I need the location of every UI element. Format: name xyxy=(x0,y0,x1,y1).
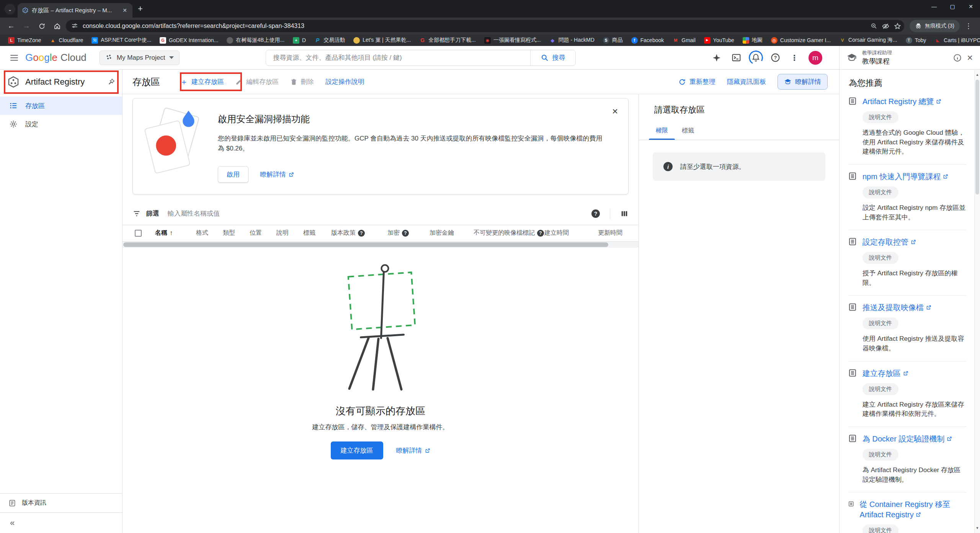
window-minimize-icon[interactable]: — xyxy=(925,0,943,13)
bookmark-item[interactable]: TToby xyxy=(902,37,931,44)
hamburger-menu-icon[interactable] xyxy=(9,53,19,63)
scroll-up-icon[interactable]: ▲ xyxy=(975,73,980,77)
bookmark-item[interactable]: VCorsair Gaming 海... xyxy=(835,37,902,44)
omnibox[interactable]: console.cloud.google.com/artifacts?refer… xyxy=(66,20,904,32)
scroll-down-icon[interactable]: ▼ xyxy=(975,526,980,530)
bookmark-item[interactable]: P交易活動 xyxy=(310,37,349,44)
browser-menu-icon[interactable]: ⋮ xyxy=(962,22,975,30)
column-header-update-time[interactable]: 更新時間 xyxy=(598,229,629,237)
bookmark-star-icon[interactable] xyxy=(894,23,901,30)
column-header-name[interactable]: 名稱↑ xyxy=(155,229,196,237)
tab-search-icon[interactable]: ⌄ xyxy=(5,4,15,15)
learn-card-link[interactable]: Artifact Registry 總覽 xyxy=(862,96,942,107)
horizontal-scrollbar-thumb[interactable] xyxy=(123,242,608,247)
bookmark-item[interactable]: 在树莓派4B上使用... xyxy=(222,37,289,44)
refresh-button[interactable]: 重新整理 xyxy=(678,77,715,86)
pin-icon[interactable] xyxy=(108,78,115,86)
bookmark-item[interactable]: Let's 菓 | 天然果乾... xyxy=(349,37,415,44)
avatar[interactable]: m xyxy=(808,51,822,65)
bookmark-item[interactable]: ◣Carts | iBUYPOWE... xyxy=(930,37,980,44)
column-help-icon[interactable]: ? xyxy=(358,230,365,237)
column-header-location[interactable]: 位置 xyxy=(250,229,276,237)
google-cloud-logo[interactable]: Google Cloud xyxy=(25,52,87,64)
column-header-labels[interactable]: 標籤 xyxy=(303,229,331,237)
enable-button[interactable]: 啟用 xyxy=(218,166,248,183)
reload-icon[interactable] xyxy=(35,20,48,33)
banner-learn-more-link[interactable]: 瞭解詳情 xyxy=(260,170,294,179)
zoom-icon[interactable] xyxy=(871,23,877,29)
filter-input[interactable]: 輸入屬性名稱或值 xyxy=(168,209,586,218)
column-header-format[interactable]: 格式 xyxy=(196,229,223,237)
column-help-icon[interactable]: ? xyxy=(402,230,409,237)
learn-info-icon[interactable] xyxy=(953,54,962,62)
column-header-type[interactable]: 類型 xyxy=(223,229,250,237)
window-maximize-icon[interactable]: ▢ xyxy=(943,0,962,13)
sidebar-collapse-icon[interactable]: « xyxy=(0,512,122,533)
learn-card-link[interactable]: 設定存取控管 xyxy=(862,237,916,247)
hide-info-panel-button[interactable]: 隱藏資訊面板 xyxy=(727,77,766,86)
bookmark-item[interactable]: G全部都想手刀下載... xyxy=(415,37,480,44)
empty-learn-more-link[interactable]: 瞭解詳情 xyxy=(396,446,431,455)
column-header-version-policy[interactable]: 版本政策? xyxy=(331,229,387,237)
scrollbar-thumb[interactable] xyxy=(975,80,979,195)
back-icon[interactable]: ← xyxy=(5,20,18,33)
learn-card-link[interactable]: 從 Container Registry 移至 Artifact Registr… xyxy=(860,499,966,520)
project-selector[interactable]: My Maps Project xyxy=(100,51,180,65)
bookmark-item[interactable]: GGoDEX Internation... xyxy=(155,37,222,44)
horizontal-scrollbar[interactable] xyxy=(122,242,639,248)
column-header-encryption-key[interactable]: 加密金鑰 xyxy=(430,229,474,237)
bookmark-item[interactable]: ▲Cloudflare xyxy=(46,37,88,44)
home-icon[interactable] xyxy=(51,20,64,33)
edit-repository-button[interactable]: 編輯存放區 xyxy=(235,77,279,86)
help-icon[interactable]: ? xyxy=(771,53,780,62)
tab-permissions[interactable]: 權限 xyxy=(649,122,675,140)
sidebar-item-settings[interactable]: 設定 xyxy=(0,115,122,133)
new-tab-button[interactable]: + xyxy=(138,4,143,14)
browser-tab[interactable]: 存放區 – Artifact Registry – M... ✕ xyxy=(18,3,132,18)
bookmark-item[interactable]: S商品 xyxy=(599,37,627,44)
forward-icon[interactable]: → xyxy=(20,20,33,33)
eye-off-icon[interactable] xyxy=(882,23,889,30)
column-header-description[interactable]: 說明 xyxy=(276,229,303,237)
learn-card-link[interactable]: 為 Docker 設定驗證機制 xyxy=(862,434,952,444)
cloud-shell-icon[interactable] xyxy=(732,53,741,62)
learn-card-link[interactable]: npm 快速入門導覽課程 xyxy=(862,172,949,182)
create-repository-button[interactable]: ＋ 建立存放區 xyxy=(180,77,224,87)
tab-close-icon[interactable]: ✕ xyxy=(121,7,129,13)
bookmark-item[interactable]: +D xyxy=(289,37,310,44)
column-settings-icon[interactable] xyxy=(620,209,629,218)
notifications-bell-icon[interactable] xyxy=(751,53,760,62)
incognito-profile-chip[interactable]: 無痕模式 (3) xyxy=(910,20,960,32)
learn-card-link[interactable]: 推送及提取映像檔 xyxy=(862,302,932,313)
learn-card-link[interactable]: 建立存放區 xyxy=(862,368,909,379)
column-help-icon[interactable]: ? xyxy=(537,230,544,237)
bookmark-item[interactable]: ◎Customize Gamer I... xyxy=(767,37,835,44)
learn-close-icon[interactable]: ✕ xyxy=(967,53,973,62)
column-header-immutable-tags[interactable]: 不可變更的映像檔標記? xyxy=(474,229,544,237)
release-notes-button[interactable]: 版本資訊 xyxy=(0,493,122,512)
bookmark-item[interactable]: ▶YouTube xyxy=(700,37,738,44)
learn-more-toolbar-button[interactable]: 瞭解詳情 xyxy=(777,74,828,90)
bookmark-item[interactable]: 地圖 xyxy=(738,37,767,44)
more-options-icon[interactable]: ⋮ xyxy=(791,53,798,62)
bookmark-item[interactable]: ◆問題 - HackMD xyxy=(545,37,599,44)
url-text[interactable]: console.cloud.google.com/artifacts?refer… xyxy=(83,23,866,29)
delete-button[interactable]: 刪除 xyxy=(290,77,314,86)
search-input[interactable]: 搜尋資源、文件、產品和其他項目 (請按 / 鍵) xyxy=(266,50,530,65)
bookmark-item[interactable]: ◉一張圖看懂寫程式... xyxy=(480,37,545,44)
column-header-create-time[interactable]: 建立時間 xyxy=(544,229,598,237)
banner-close-icon[interactable]: ✕ xyxy=(612,107,618,116)
create-repository-primary-button[interactable]: 建立存放區 xyxy=(331,441,383,459)
site-info-icon[interactable] xyxy=(71,23,78,29)
bookmark-item[interactable]: 知ASP.NET Core中使... xyxy=(87,37,155,44)
bookmark-item[interactable]: LTimeZone xyxy=(4,37,46,44)
window-close-icon[interactable]: ✕ xyxy=(962,0,980,13)
filter-help-icon[interactable]: ? xyxy=(591,209,600,218)
bookmark-item[interactable]: MGmail xyxy=(668,37,700,44)
tab-labels[interactable]: 標籤 xyxy=(675,122,701,140)
search-button[interactable]: 搜尋 xyxy=(530,50,575,65)
bookmark-item[interactable]: fFacebook xyxy=(627,37,668,44)
column-header-encryption[interactable]: 加密? xyxy=(387,229,430,237)
setup-instructions-link[interactable]: 設定操作說明 xyxy=(325,77,364,86)
select-all-checkbox[interactable] xyxy=(135,230,142,237)
